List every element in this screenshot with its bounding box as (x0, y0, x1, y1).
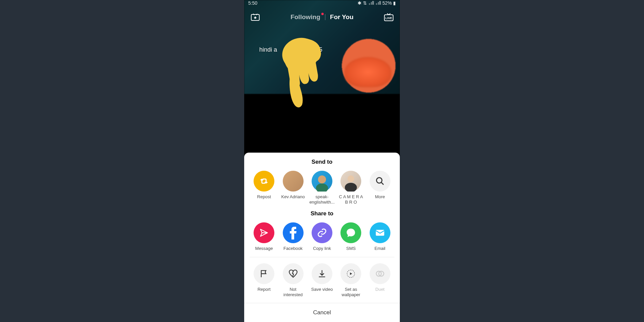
broken-heart-icon (288, 269, 298, 278)
flag-icon (259, 269, 269, 278)
more-contacts-button[interactable]: More (367, 171, 393, 205)
notification-dot-icon (321, 13, 324, 15)
set-wallpaper-button[interactable]: Set as wallpaper (337, 263, 364, 298)
avatar (312, 171, 332, 192)
effects-icon[interactable] (250, 12, 260, 22)
svg-point-6 (347, 175, 354, 182)
wallpaper-icon (346, 269, 356, 279)
divider (325, 14, 325, 20)
send-icon (259, 228, 269, 237)
actions-row: Report Not interested Save video Set as … (244, 263, 400, 298)
status-time: 5:50 (248, 0, 257, 6)
avatar (340, 171, 361, 192)
share-to-row: Message Facebook Copy link SMS (244, 222, 400, 251)
cancel-button[interactable]: Cancel (244, 303, 400, 322)
download-icon (317, 269, 327, 278)
email-icon (375, 228, 385, 238)
contact-camerabro[interactable]: C A M E R A B R O (337, 171, 364, 205)
svg-point-7 (345, 183, 357, 192)
tab-for-you[interactable]: For You (330, 13, 354, 21)
top-nav: Following For You LIVE (244, 6, 400, 22)
svg-text:LIVE: LIVE (385, 16, 392, 20)
save-video-button[interactable]: Save video (309, 263, 335, 298)
tab-following[interactable]: Following (290, 13, 320, 21)
facebook-icon (283, 222, 304, 243)
svg-point-4 (318, 175, 326, 183)
contact-kev[interactable]: Kev Adriano (280, 171, 307, 205)
link-icon (317, 228, 327, 238)
phone-frame: 5:50 ✱ ⇅ ₊ıll ₊ıll 52% ▮ Following For Y… (244, 0, 400, 322)
report-button[interactable]: Report (251, 263, 277, 298)
status-right: ✱ ⇅ ₊ıll ₊ıll 52% ▮ (358, 0, 396, 6)
share-message-button[interactable]: Message (251, 222, 277, 251)
share-to-title: Share to (244, 210, 400, 217)
avatar (283, 171, 304, 192)
not-interested-button[interactable]: Not interested (280, 263, 307, 298)
duet-icon (375, 269, 385, 279)
live-icon[interactable]: LIVE (384, 12, 394, 22)
duet-button[interactable]: Duet (367, 263, 393, 298)
status-bar: 5:50 ✱ ⇅ ₊ıll ₊ıll 52% ▮ (244, 0, 400, 6)
svg-point-5 (316, 183, 328, 192)
share-copylink-button[interactable]: Copy link (309, 222, 335, 251)
contact-speakenglish[interactable]: speak-englishwith... (309, 171, 335, 205)
share-sms-button[interactable]: SMS (337, 222, 364, 251)
send-to-title: Send to (244, 159, 400, 165)
repost-button[interactable]: Repost (251, 171, 277, 205)
send-to-row: Repost Kev Adriano speak-englishwith... … (244, 171, 400, 205)
divider (250, 257, 394, 257)
svg-point-8 (376, 177, 382, 183)
nav-tabs: Following For You (290, 13, 354, 21)
share-facebook-button[interactable]: Facebook (280, 222, 307, 251)
share-sheet: Send to Repost Kev Adriano speak-english… (244, 153, 400, 322)
share-email-button[interactable]: Email (367, 222, 393, 251)
chat-icon (346, 228, 356, 238)
search-icon (375, 176, 385, 186)
repost-icon (259, 176, 269, 186)
